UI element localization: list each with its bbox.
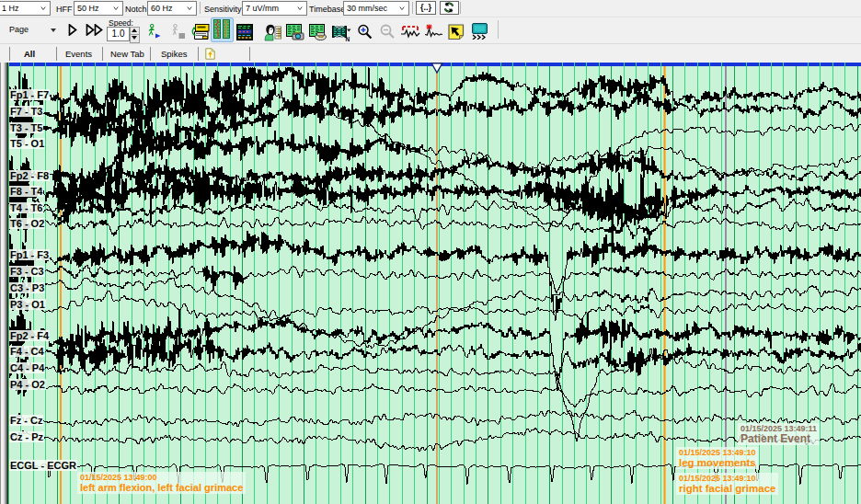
- svg-text:N: N: [346, 36, 350, 41]
